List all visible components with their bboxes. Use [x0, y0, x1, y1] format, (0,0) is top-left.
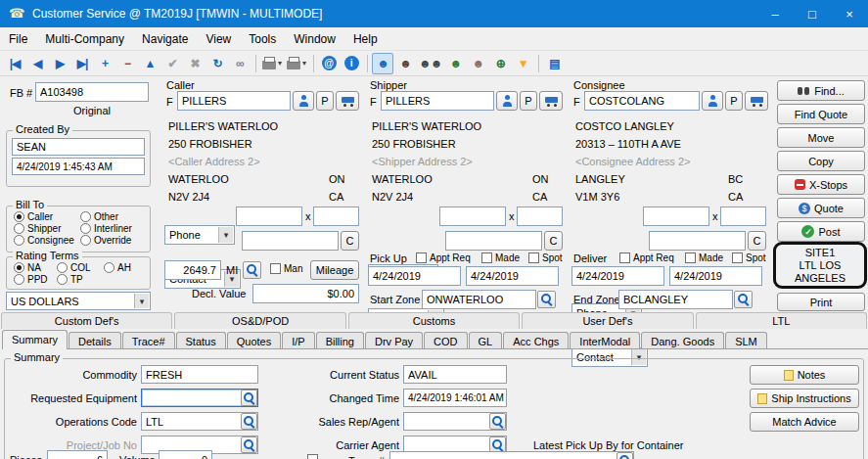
cancel-icon[interactable]: ✖ — [184, 53, 206, 74]
consignee-truck-button[interactable] — [745, 91, 768, 111]
consignee-p-button[interactable]: P — [725, 91, 743, 111]
info-icon[interactable]: i — [341, 53, 362, 74]
consignee-contact-field[interactable] — [649, 231, 746, 251]
man-checkbox[interactable] — [270, 263, 281, 274]
menu-window[interactable]: Window — [285, 29, 344, 49]
people-icon[interactable]: ☻☻ — [417, 53, 443, 74]
filter-icon[interactable]: ▼ — [512, 53, 533, 74]
pickup-date1-field[interactable]: 4/24/2019 — [368, 266, 461, 286]
driver-icon[interactable]: ☻ — [394, 53, 416, 74]
tab-billing[interactable]: Billing — [316, 332, 364, 348]
rating-na-radio[interactable] — [14, 262, 24, 273]
email-icon[interactable]: @ — [318, 53, 340, 74]
operations-code-lookup-button[interactable] — [241, 413, 257, 430]
unlabeled-checkbox[interactable] — [307, 454, 318, 459]
tab-dang-goods[interactable]: Dang. Goods — [641, 332, 724, 348]
billto-consignee-radio[interactable] — [14, 235, 24, 246]
fb-number-field[interactable]: A103498 — [35, 82, 149, 102]
tab-slm[interactable]: SLM — [725, 332, 767, 348]
menu-view[interactable]: View — [197, 29, 240, 49]
tab-ltl[interactable]: LTL — [696, 312, 867, 329]
shipper-c-button[interactable]: C — [544, 231, 563, 251]
pickup-appt-checkbox[interactable] — [416, 252, 427, 263]
ship-instructions-button[interactable]: Ship Instructions — [750, 389, 859, 408]
tab-gl[interactable]: GL — [469, 332, 503, 348]
quote-button[interactable]: Quote — [777, 198, 865, 218]
shipper-ext-field[interactable] — [517, 207, 563, 226]
menu-navigate[interactable]: Navigate — [133, 29, 197, 49]
mileage-button[interactable]: Mileage — [310, 260, 359, 280]
caller-c-button[interactable]: C — [341, 231, 359, 251]
find-button[interactable]: Find... — [777, 80, 865, 101]
person-money-icon[interactable]: ☻ — [444, 53, 466, 74]
tab-drv-pay[interactable]: Drv Pay — [365, 332, 423, 348]
document-icon[interactable]: ▤ — [543, 53, 565, 74]
nav-prev-icon[interactable]: ◀ — [26, 53, 48, 74]
caller-truck-button[interactable] — [336, 91, 359, 111]
billto-interliner-radio[interactable] — [80, 223, 91, 234]
pieces-field[interactable]: 6 — [47, 450, 108, 459]
menu-help[interactable]: Help — [344, 29, 387, 49]
pickup-made-checkbox[interactable] — [481, 252, 492, 263]
trace-field[interactable] — [389, 451, 634, 459]
caller-p-button[interactable]: P — [316, 91, 334, 111]
caller-customer-button[interactable] — [293, 91, 314, 111]
delete-record-icon[interactable]: − — [116, 53, 138, 74]
sales-rep-lookup-button[interactable] — [489, 413, 506, 430]
tab-cod[interactable]: COD — [424, 332, 467, 348]
shipper-p-button[interactable]: P — [520, 91, 537, 111]
consignee-phone-field[interactable] — [643, 207, 709, 226]
deliver-made-checkbox[interactable] — [685, 252, 696, 263]
tab-status[interactable]: Status — [176, 332, 226, 348]
maximize-button[interactable]: □ — [794, 0, 831, 27]
distance-field[interactable]: 2649.7 — [164, 260, 221, 280]
consignee-c-button[interactable]: C — [748, 231, 766, 251]
billto-override-radio[interactable] — [80, 235, 91, 246]
tab-details[interactable]: Details — [69, 332, 121, 348]
currency-select[interactable]: US DOLLARS — [6, 292, 151, 310]
menu-multi-company[interactable]: Multi-Company — [36, 29, 133, 49]
post-button[interactable]: Post — [777, 221, 865, 242]
tab-summary[interactable]: Summary — [2, 330, 68, 349]
person-go-icon[interactable]: ☻ — [467, 53, 488, 74]
x-stops-button[interactable]: X-Stops — [777, 174, 865, 195]
shipper-customer-button[interactable] — [496, 91, 518, 111]
tab-user-defs[interactable]: User Def's — [522, 312, 693, 329]
pickup-spot-checkbox[interactable] — [528, 252, 539, 263]
accept-icon[interactable]: ✔ — [161, 53, 183, 74]
rating-ppd-radio[interactable] — [14, 274, 24, 285]
caller-ext-field[interactable] — [313, 207, 359, 226]
tab-ip[interactable]: I/P — [282, 332, 314, 348]
move-button[interactable]: Move — [777, 127, 865, 148]
end-zone-lookup-button[interactable] — [734, 291, 753, 308]
shipper-code-field[interactable]: PILLERS — [381, 91, 494, 111]
billto-shipper-radio[interactable] — [14, 223, 24, 234]
print-button[interactable]: Print — [777, 293, 865, 311]
attach-icon[interactable]: ∞ — [229, 53, 251, 74]
print-preview-icon[interactable]: ▾ — [285, 53, 308, 74]
add-record-icon[interactable]: + — [94, 53, 115, 74]
consignee-ext-field[interactable] — [720, 207, 766, 226]
tab-acc-chgs[interactable]: Acc Chgs — [503, 332, 569, 348]
customer-service-icon[interactable]: ☻ — [372, 53, 393, 74]
trace-lookup-button[interactable] — [617, 452, 633, 459]
nav-next-icon[interactable]: ▶ — [49, 53, 70, 74]
deliver-date1-field[interactable]: 4/24/2019 — [571, 266, 664, 286]
shipper-truck-button[interactable] — [539, 91, 563, 111]
dropdown-arrow-icon[interactable]: ▾ — [302, 59, 306, 68]
commodity-field[interactable]: FRESH — [141, 365, 258, 384]
notes-button[interactable]: Notes — [750, 365, 859, 385]
deliver-appt-checkbox[interactable] — [619, 252, 630, 263]
rating-ah-radio[interactable] — [104, 262, 114, 273]
minimize-button[interactable]: – — [756, 0, 794, 27]
close-button[interactable]: × — [831, 0, 868, 27]
print-icon[interactable]: ▾ — [260, 53, 284, 74]
end-zone-field[interactable]: BCLANGLEY — [618, 290, 733, 309]
globe-icon[interactable]: ⊕ — [489, 53, 511, 74]
match-advice-button[interactable]: Match Advice — [750, 412, 859, 432]
rating-col-radio[interactable] — [57, 262, 68, 273]
deliver-spot-checkbox[interactable] — [732, 252, 743, 263]
caller-phone-field[interactable] — [236, 207, 302, 226]
requested-equipment-lookup-button[interactable] — [241, 390, 257, 406]
decl-value-field[interactable]: $0.00 — [252, 284, 359, 303]
